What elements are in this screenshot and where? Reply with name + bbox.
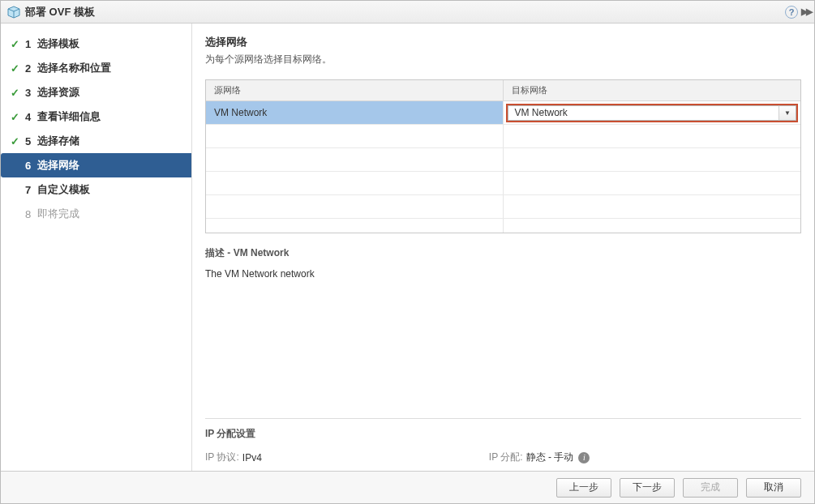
page-heading: 选择网络 [205, 35, 801, 49]
dialog-footer: 上一步 下一步 完成 取消 [1, 471, 814, 503]
ip-alloc-label: IP 分配: [489, 451, 523, 464]
step-label: 选择网络 [37, 158, 79, 173]
source-network-cell: VM Network [206, 101, 504, 124]
step-number: 5 [25, 135, 31, 147]
table-row[interactable]: VM NetworkVM Network▼ [206, 101, 800, 125]
table-row [206, 125, 800, 148]
step-number: 7 [25, 184, 31, 196]
network-mapping-table: 源网络 目标网络 VM NetworkVM Network▼ [205, 79, 801, 233]
wizard-steps-sidebar: ✓1选择模板✓2选择名称和位置✓3选择资源✓4查看详细信息✓5选择存储6选择网络… [1, 23, 192, 471]
check-icon: ✓ [9, 135, 20, 147]
ip-protocol-label: IP 协议: [205, 451, 239, 464]
info-icon[interactable]: i [578, 452, 590, 463]
description-text: The VM Network network [205, 268, 801, 280]
table-row [206, 172, 800, 195]
dialog-title: 部署 OVF 模板 [25, 5, 95, 19]
step-label: 选择资源 [37, 85, 79, 100]
finish-button: 完成 [683, 478, 738, 498]
col-header-dest: 目标网络 [504, 80, 801, 100]
step-label: 查看详细信息 [37, 109, 101, 124]
step-number: 1 [25, 38, 31, 50]
ip-settings-heading: IP 分配设置 [205, 427, 801, 441]
step-number: 4 [25, 111, 31, 123]
wizard-step-1[interactable]: ✓1选择模板 [1, 32, 191, 56]
collapse-icon[interactable]: ▶▶ [801, 6, 811, 17]
step-number: 8 [25, 208, 31, 220]
next-button[interactable]: 下一步 [620, 478, 675, 498]
dropdown-value: VM Network [508, 105, 779, 121]
step-label: 自定义模板 [37, 182, 90, 197]
step-label: 即将完成 [37, 207, 79, 221]
ovf-box-icon [7, 6, 20, 19]
wizard-step-3[interactable]: ✓3选择资源 [1, 80, 191, 105]
check-icon: ✓ [9, 87, 20, 99]
check-icon: ✓ [9, 62, 20, 75]
step-number: 3 [25, 87, 31, 99]
step-number: 6 [25, 160, 31, 172]
dest-network-cell: VM Network▼ [504, 101, 801, 124]
check-icon: ✓ [9, 38, 20, 50]
titlebar: 部署 OVF 模板 ? ▶▶ [1, 1, 814, 23]
table-row [206, 148, 800, 172]
ip-protocol-value: IPv4 [242, 452, 262, 463]
wizard-step-6[interactable]: 6选择网络 [1, 153, 191, 177]
col-header-source: 源网络 [206, 80, 504, 100]
wizard-step-5[interactable]: ✓5选择存储 [1, 129, 191, 153]
step-number: 2 [25, 62, 31, 75]
dest-network-dropdown[interactable]: VM Network▼ [506, 104, 799, 122]
table-row [206, 195, 800, 219]
step-label: 选择模板 [37, 36, 79, 51]
cancel-button[interactable]: 取消 [746, 478, 801, 498]
step-label: 选择名称和位置 [37, 61, 111, 75]
wizard-step-8: 8即将完成 [1, 202, 191, 226]
check-icon: ✓ [9, 111, 20, 123]
back-button[interactable]: 上一步 [556, 478, 611, 498]
page-subheading: 为每个源网络选择目标网络。 [205, 53, 801, 66]
wizard-step-4[interactable]: ✓4查看详细信息 [1, 105, 191, 129]
help-icon[interactable]: ? [785, 6, 798, 19]
main-panel: 选择网络 为每个源网络选择目标网络。 源网络 目标网络 VM NetworkVM… [192, 23, 814, 471]
chevron-down-icon[interactable]: ▼ [779, 105, 796, 121]
step-label: 选择存储 [37, 134, 79, 148]
table-row [206, 219, 800, 233]
wizard-step-7: 7自定义模板 [1, 177, 191, 202]
ip-alloc-value: 静态 - 手动 [526, 451, 574, 464]
wizard-step-2[interactable]: ✓2选择名称和位置 [1, 56, 191, 80]
description-heading: 描述 - VM Network [205, 246, 801, 260]
